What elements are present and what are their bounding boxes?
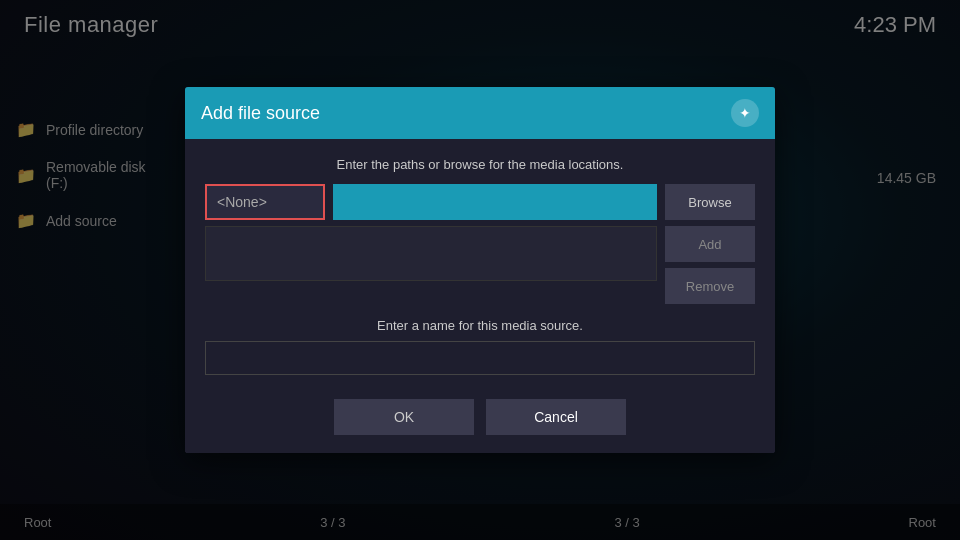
- modal-body: Enter the paths or browse for the media …: [185, 139, 775, 453]
- paths-list: [205, 226, 657, 281]
- add-file-source-dialog: Add file source ✦ Enter the paths or bro…: [185, 87, 775, 453]
- ok-button[interactable]: OK: [334, 399, 474, 435]
- paths-description: Enter the paths or browse for the media …: [205, 157, 755, 172]
- modal-header: Add file source ✦: [185, 87, 775, 139]
- none-box[interactable]: <None>: [205, 184, 325, 220]
- modal-overlay: Add file source ✦ Enter the paths or bro…: [0, 0, 960, 540]
- input-row: <None>: [205, 184, 657, 220]
- kodi-icon: ✦: [731, 99, 759, 127]
- path-input[interactable]: [333, 184, 657, 220]
- browse-button[interactable]: Browse: [665, 184, 755, 220]
- modal-title: Add file source: [201, 103, 320, 124]
- remove-button[interactable]: Remove: [665, 268, 755, 304]
- source-section: <None> Browse Add Remove: [205, 184, 755, 304]
- name-input[interactable]: [205, 341, 755, 375]
- source-left: <None>: [205, 184, 657, 304]
- add-button[interactable]: Add: [665, 226, 755, 262]
- name-description: Enter a name for this media source.: [205, 318, 755, 333]
- source-right: Browse Add Remove: [665, 184, 755, 304]
- modal-footer: OK Cancel: [205, 391, 755, 435]
- name-section: Enter a name for this media source.: [205, 318, 755, 375]
- cancel-button[interactable]: Cancel: [486, 399, 626, 435]
